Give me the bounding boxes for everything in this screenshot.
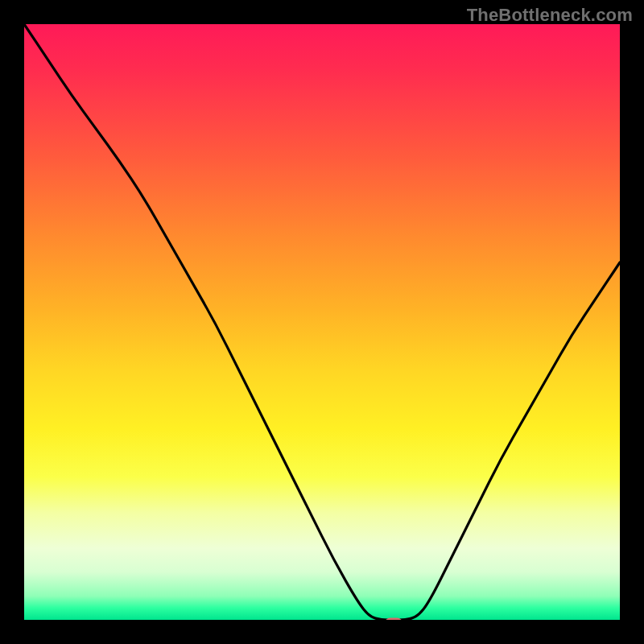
optimal-point-marker	[385, 617, 402, 620]
bottleneck-curve	[24, 24, 620, 620]
plot-area	[24, 24, 620, 620]
curve-path	[24, 24, 620, 620]
watermark-text: TheBottleneck.com	[467, 5, 633, 26]
chart-frame: TheBottleneck.com	[0, 0, 644, 644]
